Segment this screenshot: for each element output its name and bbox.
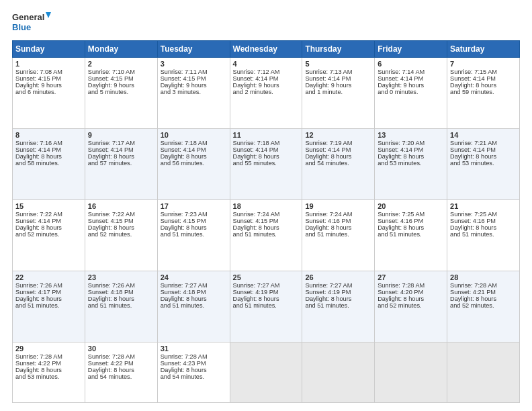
day-number: 23 (88, 273, 154, 281)
day-info-line: Sunset: 4:14 PM (305, 75, 371, 82)
day-info-line: Sunset: 4:14 PM (88, 146, 154, 153)
calendar-cell: 28Sunrise: 7:28 AMSunset: 4:21 PMDayligh… (447, 271, 520, 342)
day-info-line: Sunset: 4:15 PM (15, 75, 82, 82)
day-info-line: Sunset: 4:22 PM (15, 360, 82, 367)
day-info-line: Sunrise: 7:15 AM (450, 68, 517, 75)
day-number: 11 (233, 131, 300, 139)
day-info-line: and 51 minutes. (305, 231, 371, 238)
page: General Blue SundayMondayTuesdayWednesda… (0, 0, 532, 411)
day-info-line: Daylight: 8 hours (161, 295, 227, 302)
day-info-line: Daylight: 8 hours (305, 153, 371, 160)
day-number: 24 (161, 273, 227, 281)
day-info-line: Sunset: 4:15 PM (161, 75, 227, 82)
day-number: 26 (305, 273, 371, 281)
day-info-line: and 53 minutes. (450, 160, 517, 167)
calendar-cell: 19Sunrise: 7:24 AMSunset: 4:16 PMDayligh… (302, 199, 375, 271)
col-header-wednesday: Wednesday (230, 41, 302, 58)
calendar-cell (375, 342, 447, 402)
logo-svg: General Blue (12, 11, 52, 35)
day-info-line: and 54 minutes. (161, 373, 227, 380)
day-number: 27 (378, 273, 444, 281)
day-info-line: Sunrise: 7:27 AM (233, 282, 300, 289)
day-number: 31 (161, 345, 227, 353)
calendar-cell: 12Sunrise: 7:19 AMSunset: 4:14 PMDayligh… (302, 128, 375, 199)
day-number: 17 (161, 202, 227, 210)
day-info-line: Daylight: 9 hours (378, 82, 444, 89)
day-info-line: Sunrise: 7:12 AM (233, 68, 300, 75)
day-number: 21 (450, 202, 517, 210)
day-info-line: Daylight: 8 hours (15, 153, 82, 160)
day-info-line: Sunrise: 7:18 AM (161, 140, 227, 146)
calendar-cell: 21Sunrise: 7:25 AMSunset: 4:16 PMDayligh… (447, 199, 520, 271)
day-info-line: and 52 minutes. (88, 231, 154, 238)
col-header-thursday: Thursday (302, 41, 375, 58)
day-info-line: and 54 minutes. (88, 373, 154, 380)
day-info-line: Daylight: 8 hours (233, 224, 300, 231)
day-info-line: Sunrise: 7:21 AM (450, 140, 517, 146)
day-info-line: and 1 minute. (305, 89, 371, 95)
calendar-cell: 24Sunrise: 7:27 AMSunset: 4:18 PMDayligh… (157, 271, 230, 342)
day-info-line: Sunset: 4:22 PM (88, 360, 154, 367)
day-info-line: and 56 minutes. (161, 160, 227, 167)
calendar-cell: 22Sunrise: 7:26 AMSunset: 4:17 PMDayligh… (13, 271, 85, 342)
calendar-cell (230, 342, 302, 402)
day-info-line: Sunrise: 7:25 AM (450, 211, 517, 218)
day-info-line: Sunrise: 7:17 AM (88, 140, 154, 146)
day-info-line: and 51 minutes. (15, 302, 82, 309)
day-info-line: Sunset: 4:15 PM (233, 218, 300, 224)
logo: General Blue (12, 11, 52, 35)
day-number: 18 (233, 202, 300, 210)
day-info-line: and 59 minutes. (450, 89, 517, 95)
calendar-cell (302, 342, 375, 402)
day-info-line: Daylight: 8 hours (15, 295, 82, 302)
day-info-line: Sunset: 4:14 PM (233, 75, 300, 82)
day-info-line: Sunset: 4:14 PM (378, 146, 444, 153)
calendar-cell: 7Sunrise: 7:15 AMSunset: 4:14 PMDaylight… (447, 58, 520, 129)
day-info-line: and 2 minutes. (233, 89, 300, 95)
calendar-cell: 17Sunrise: 7:23 AMSunset: 4:15 PMDayligh… (157, 199, 230, 271)
day-info-line: and 54 minutes. (305, 160, 371, 167)
day-info-line: Daylight: 8 hours (233, 153, 300, 160)
day-number: 20 (378, 202, 444, 210)
svg-marker-2 (46, 12, 51, 18)
calendar-cell: 31Sunrise: 7:28 AMSunset: 4:23 PMDayligh… (157, 342, 230, 402)
day-info-line: Daylight: 8 hours (450, 82, 517, 89)
day-info-line: Sunset: 4:16 PM (305, 218, 371, 224)
calendar-cell: 1Sunrise: 7:08 AMSunset: 4:15 PMDaylight… (13, 58, 85, 129)
calendar-cell: 3Sunrise: 7:11 AMSunset: 4:15 PMDaylight… (157, 58, 230, 129)
day-number: 7 (450, 60, 517, 68)
calendar-cell (447, 342, 520, 402)
calendar-cell: 26Sunrise: 7:27 AMSunset: 4:19 PMDayligh… (302, 271, 375, 342)
calendar-cell: 4Sunrise: 7:12 AMSunset: 4:14 PMDaylight… (230, 58, 302, 129)
day-info-line: Daylight: 8 hours (88, 153, 154, 160)
day-info-line: Sunrise: 7:22 AM (88, 211, 154, 218)
calendar-cell: 20Sunrise: 7:25 AMSunset: 4:16 PMDayligh… (375, 199, 447, 271)
day-info-line: Sunrise: 7:28 AM (450, 282, 517, 289)
day-info-line: Sunset: 4:15 PM (88, 218, 154, 224)
day-info-line: Daylight: 8 hours (305, 224, 371, 231)
day-info-line: and 51 minutes. (161, 302, 227, 309)
day-info-line: Daylight: 8 hours (88, 367, 154, 373)
day-info-line: Daylight: 8 hours (233, 295, 300, 302)
day-info-line: Sunrise: 7:25 AM (378, 211, 444, 218)
col-header-tuesday: Tuesday (157, 41, 230, 58)
day-number: 15 (15, 202, 82, 210)
day-info-line: and 53 minutes. (15, 373, 82, 380)
day-info-line: Sunset: 4:15 PM (88, 75, 154, 82)
day-info-line: Sunset: 4:19 PM (305, 289, 371, 295)
day-number: 19 (305, 202, 371, 210)
col-header-saturday: Saturday (447, 41, 520, 58)
day-info-line: and 51 minutes. (88, 302, 154, 309)
header: General Blue (12, 11, 520, 35)
day-info-line: Sunset: 4:16 PM (450, 218, 517, 224)
calendar-cell: 15Sunrise: 7:22 AMSunset: 4:14 PMDayligh… (13, 199, 85, 271)
day-info-line: Sunrise: 7:27 AM (161, 282, 227, 289)
day-number: 3 (161, 60, 227, 68)
day-info-line: Sunset: 4:14 PM (233, 146, 300, 153)
day-number: 12 (305, 131, 371, 139)
day-info-line: Daylight: 8 hours (450, 224, 517, 231)
day-info-line: Daylight: 8 hours (450, 295, 517, 302)
day-number: 10 (161, 131, 227, 139)
day-info-line: Sunset: 4:20 PM (378, 289, 444, 295)
day-info-line: Sunset: 4:19 PM (233, 289, 300, 295)
